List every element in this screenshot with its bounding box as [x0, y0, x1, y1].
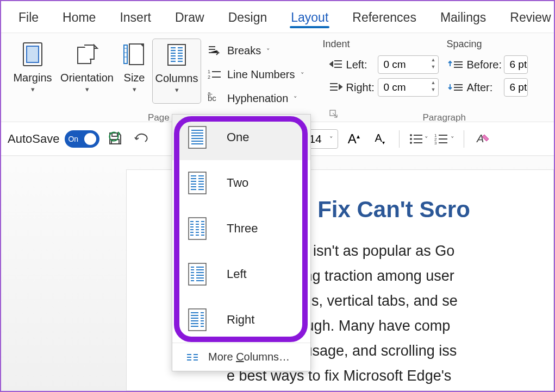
svg-text:3: 3 [434, 141, 437, 146]
spacing-after-value: 6 pt [510, 81, 527, 93]
undo-button[interactable] [131, 129, 152, 149]
line-numbers-label: Line Numbers [227, 68, 295, 81]
columns-option-label: Three [227, 222, 258, 236]
svg-point-44 [410, 138, 412, 140]
autosave-toggle[interactable]: On [65, 130, 99, 148]
page-setup-group: Margins ▾ Orientation ▾ Size ▾ [7, 39, 309, 122]
spacing-after-label: After: [467, 81, 501, 94]
orientation-button[interactable]: Orientation ▾ [58, 39, 116, 104]
tab-home[interactable]: Home [51, 4, 108, 30]
line-numbers-icon: 1 2 [208, 68, 222, 80]
autosave-label: AutoSave [8, 132, 59, 146]
save-icon [107, 131, 123, 147]
hyphenation-label: Hyphenation [227, 92, 288, 105]
columns-option-label: One [227, 130, 250, 144]
svg-rect-1 [27, 46, 39, 62]
spacing-after-icon [447, 81, 464, 93]
tab-design[interactable]: Design [216, 4, 279, 30]
ribbon: Margins ▾ Orientation ▾ Size ▾ [1, 33, 554, 122]
bullets-button[interactable]: ˅ [408, 129, 429, 149]
autosave-toggle-knob [84, 133, 96, 145]
svg-point-46 [410, 142, 412, 144]
indent-left-value: 0 cm [384, 59, 406, 71]
save-button[interactable] [105, 129, 126, 149]
spacing-before-input[interactable]: 6 pt [504, 55, 528, 74]
chevron-down-icon: ˅ [266, 47, 270, 55]
svg-point-42 [410, 134, 412, 136]
columns-label: Columns [155, 72, 198, 85]
breaks-label: Breaks [227, 45, 261, 57]
columns-right-icon [188, 308, 207, 332]
indent-right-value: 0 cm [384, 81, 406, 93]
tab-insert[interactable]: Insert [108, 4, 163, 30]
indent-right-label: Right: [346, 81, 375, 94]
columns-dropdown: One Two Three Left Right More Columns… [172, 114, 311, 371]
size-label: Size [124, 71, 145, 84]
chevron-down-icon: ▾ [31, 85, 35, 93]
tab-file[interactable]: File [7, 4, 51, 30]
columns-option-label: Right [227, 313, 254, 327]
spacing-header: Spacing [447, 39, 534, 50]
columns-one-icon [188, 125, 207, 149]
svg-text:2: 2 [208, 74, 210, 80]
chevron-down-icon: ▾ [85, 85, 89, 93]
svg-text:1: 1 [208, 69, 210, 74]
columns-option-three[interactable]: Three [172, 206, 310, 251]
columns-two-icon [188, 171, 207, 195]
indent-right-icon [329, 81, 343, 93]
numbering-button[interactable]: 123˅ [434, 129, 455, 149]
margins-label: Margins [13, 71, 52, 84]
chevron-down-icon: ▾ [175, 86, 179, 94]
clear-formatting-button[interactable]: A [473, 129, 494, 149]
spacing-before-label: Before: [467, 59, 501, 71]
columns-option-label: Two [227, 176, 248, 190]
indent-right-input[interactable]: 0 cm▲▼ [378, 78, 439, 97]
margins-button[interactable]: Margins ▾ [8, 39, 58, 104]
spacing-after-input[interactable]: 6 pt [504, 78, 528, 97]
chevron-down-icon: ▾ [133, 85, 136, 93]
paragraph-group: Indent Spacing Left: 0 cm▲▼ Before: 6 pt… [309, 39, 535, 122]
columns-left-icon [188, 262, 207, 286]
increase-font-button[interactable]: A▴ [344, 129, 364, 149]
chevron-down-icon: ˅ [294, 95, 297, 103]
columns-option-right[interactable]: Right [172, 297, 310, 343]
svg-text:A: A [476, 132, 484, 144]
line-numbers-button[interactable]: 1 2 Line Numbers ˅ [204, 62, 308, 86]
clear-format-icon: A [476, 131, 491, 147]
size-button[interactable]: Size ▾ [116, 39, 152, 104]
tab-layout[interactable]: Layout [279, 4, 340, 30]
size-icon [123, 42, 146, 67]
autosave-toggle-state: On [68, 135, 78, 143]
indent-left-label: Left: [346, 59, 375, 71]
breaks-button[interactable]: Breaks ˅ [204, 39, 308, 62]
tab-review[interactable]: Review [498, 4, 555, 30]
columns-option-left[interactable]: Left [172, 251, 310, 297]
spacing-before-icon [447, 59, 464, 71]
indent-left-input[interactable]: 0 cm▲▼ [378, 55, 439, 74]
menu-tabs: File Home Insert Draw Design Layout Refe… [1, 1, 554, 33]
svg-rect-8 [168, 45, 185, 65]
orientation-label: Orientation [60, 71, 114, 84]
columns-three-icon [188, 217, 207, 241]
columns-option-two[interactable]: Two [172, 160, 310, 206]
more-columns-label: More Columns… [208, 351, 290, 363]
indent-left-icon [329, 59, 343, 71]
hyphenation-icon: bca- [208, 92, 222, 104]
decrease-font-button[interactable]: A▾ [370, 129, 390, 149]
tab-draw[interactable]: Draw [163, 4, 216, 30]
orientation-icon [74, 42, 99, 67]
svg-text:a-: a- [208, 92, 213, 97]
more-columns-button[interactable]: More Columns… [172, 343, 310, 371]
numbering-icon: 123 [434, 132, 451, 146]
hyphenation-button[interactable]: bca- Hyphenation ˅ [204, 86, 308, 110]
bullets-icon [408, 132, 425, 146]
tab-mailings[interactable]: Mailings [428, 4, 498, 30]
page-setup-small: Breaks ˅ 1 2 Line Numbers ˅ bca- Hyphena… [201, 39, 308, 110]
columns-icon [166, 42, 188, 67]
columns-button[interactable]: Columns ▾ [152, 39, 201, 104]
columns-option-one[interactable]: One [172, 115, 310, 160]
undo-icon [133, 132, 149, 146]
tab-references[interactable]: References [340, 4, 428, 30]
chevron-down-icon: ˅ [301, 71, 304, 79]
breaks-icon [208, 45, 222, 56]
